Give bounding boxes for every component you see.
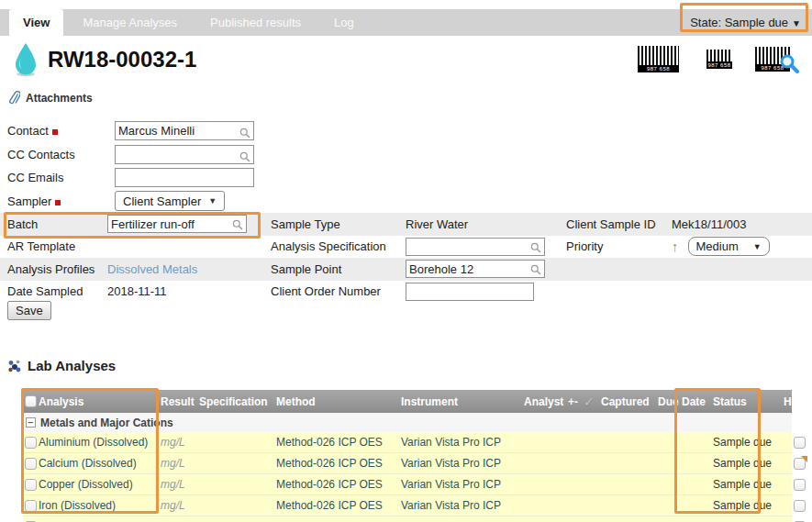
analysis-row: Iron (Dissolved) mg/L Method-026 ICP OES… — [23, 495, 792, 516]
result-unit: mg/L — [161, 436, 199, 449]
tab-bar: View Manage Analyses Published results L… — [0, 9, 812, 36]
cc-contacts-label: CC Contacts — [7, 148, 115, 161]
hidden-checkbox[interactable] — [794, 479, 806, 491]
tab-manage-analyses[interactable]: Manage Analyses — [69, 9, 191, 36]
sampler-select[interactable]: Client Sampler ▼ — [115, 191, 225, 211]
barcode-small: 987 658 — [706, 49, 733, 70]
col-specification[interactable]: Specification — [199, 395, 276, 408]
analysis-name[interactable]: Calcium (Dissolved) — [39, 457, 161, 470]
water-drop-icon — [13, 42, 39, 81]
barcode-preview[interactable]: 987 658 — [754, 46, 791, 72]
row-select-checkbox[interactable] — [25, 500, 37, 512]
status-text: Sample due — [713, 457, 784, 470]
cc-emails-label: CC Emails — [7, 171, 115, 184]
required-marker — [52, 129, 58, 135]
barcode-large: 987 658 — [637, 45, 680, 73]
chevron-down-icon: ▼ — [753, 242, 762, 251]
row-select-checkbox[interactable] — [25, 437, 37, 449]
method-link[interactable]: Method-026 ICP OES — [276, 436, 401, 449]
contact-field-wrap — [115, 121, 254, 140]
lab-analyses-icon — [7, 359, 22, 373]
col-due-date[interactable]: Due Date — [658, 395, 713, 408]
search-icon — [239, 150, 250, 166]
hidden-checkbox[interactable] — [794, 458, 806, 470]
analysis-name[interactable]: Copper (Dissolved) — [39, 478, 161, 491]
result-unit: mg/L — [161, 478, 199, 491]
sample-point-input[interactable] — [406, 260, 545, 278]
client-sample-id-label: Client Sample ID — [566, 217, 672, 231]
status-text: Sample due — [713, 436, 784, 449]
col-plus-minus[interactable]: +- — [568, 395, 584, 408]
analysis-profile-link[interactable]: Dissolved Metals — [107, 262, 197, 276]
col-analyst[interactable]: Analyst — [501, 395, 568, 408]
tab-view[interactable]: View — [9, 9, 63, 36]
cc-contacts-input[interactable] — [115, 145, 254, 164]
cc-emails-input[interactable] — [115, 168, 254, 187]
priority-up-arrow-icon: ↑ — [672, 239, 679, 254]
select-all-checkbox[interactable] — [25, 395, 37, 407]
analysis-row: Lead (Dissolved) mg/L Method-026 ICP OES… — [23, 516, 792, 522]
category-group-row[interactable]: − Metals and Major Cations — [23, 413, 792, 432]
instrument-name: Varian Vista Pro ICP — [401, 478, 501, 491]
sample-point-field-wrap — [406, 260, 545, 278]
page-title: RW18-00032-1 — [48, 47, 196, 72]
priority-select[interactable]: Medium ▼ — [688, 237, 770, 256]
col-method[interactable]: Method — [276, 395, 401, 408]
row-select-checkbox[interactable] — [25, 479, 37, 491]
instrument-name: Varian Vista Pro ICP — [401, 436, 501, 449]
search-icon — [530, 264, 541, 278]
sampler-label: Sampler — [7, 194, 115, 208]
magnifier-icon — [779, 53, 799, 77]
status-text: Sample due — [713, 499, 784, 512]
date-sampled-label: Date Sampled — [0, 284, 107, 298]
priority-label: Priority — [566, 239, 672, 253]
analysis-row: Copper (Dissolved) mg/L Method-026 ICP O… — [23, 474, 792, 495]
batch-field-wrap — [107, 215, 247, 233]
sample-view-page: View Manage Analyses Published results L… — [0, 0, 812, 522]
col-status[interactable]: Status — [713, 395, 784, 408]
analysis-name[interactable]: Aluminium (Dissolved) — [39, 436, 161, 449]
cc-contacts-field-wrap — [115, 145, 254, 164]
sample-details-grid: Batch Sample Type River Water Client Sam… — [0, 213, 812, 303]
required-marker — [55, 200, 61, 205]
client-order-number-field-wrap — [406, 283, 534, 301]
client-order-number-input[interactable] — [406, 283, 534, 301]
analysis-specification-label: Analysis Specification — [271, 239, 406, 253]
col-hidden[interactable]: Hidden — [784, 395, 812, 408]
sample-type-label: Sample Type — [271, 217, 406, 231]
analysis-specification-field-wrap — [406, 238, 545, 256]
method-link[interactable]: Method-026 ICP OES — [276, 457, 401, 470]
save-button[interactable]: Save — [7, 301, 51, 320]
analysis-name[interactable]: Iron (Dissolved) — [39, 499, 161, 512]
analysis-row: Aluminium (Dissolved) mg/L Method-026 IC… — [23, 432, 792, 453]
ar-template-label: AR Template — [0, 239, 107, 253]
hidden-checkbox[interactable] — [794, 437, 806, 449]
col-result[interactable]: Result — [161, 395, 199, 408]
client-sample-id-value: Mek18/11/003 — [672, 217, 812, 231]
attachments-label: Attachments — [26, 92, 93, 105]
row-select-checkbox[interactable] — [25, 458, 37, 470]
search-icon — [530, 242, 541, 256]
search-icon — [239, 126, 250, 142]
col-captured[interactable]: Captured — [601, 395, 658, 408]
method-link[interactable]: Method-026 ICP OES — [276, 478, 401, 491]
collapse-icon[interactable]: − — [26, 417, 36, 428]
chevron-down-icon: ▼ — [792, 18, 801, 28]
category-group-label: Metals and Major Cations — [40, 416, 173, 429]
col-analysis[interactable]: Analysis — [39, 395, 161, 408]
batch-input[interactable] — [107, 215, 247, 233]
attachments-link[interactable]: Attachments — [9, 91, 93, 106]
tab-published-results[interactable]: Published results — [196, 9, 315, 36]
analysis-specification-input[interactable] — [406, 238, 545, 256]
chevron-down-icon: ▼ — [208, 196, 217, 205]
hidden-checkbox[interactable] — [794, 500, 806, 512]
search-icon — [232, 219, 243, 233]
analyses-tbody: Aluminium (Dissolved) mg/L Method-026 IC… — [23, 432, 792, 522]
contact-input[interactable] — [115, 121, 254, 140]
tab-log[interactable]: Log — [320, 9, 368, 36]
col-instrument[interactable]: Instrument — [401, 395, 501, 408]
status-text: Sample due — [713, 478, 784, 491]
state-dropdown[interactable]: State: Sample due▼ — [690, 9, 801, 37]
date-sampled-value: 2018-11-11 — [107, 284, 271, 298]
method-link[interactable]: Method-026 ICP OES — [276, 499, 401, 512]
